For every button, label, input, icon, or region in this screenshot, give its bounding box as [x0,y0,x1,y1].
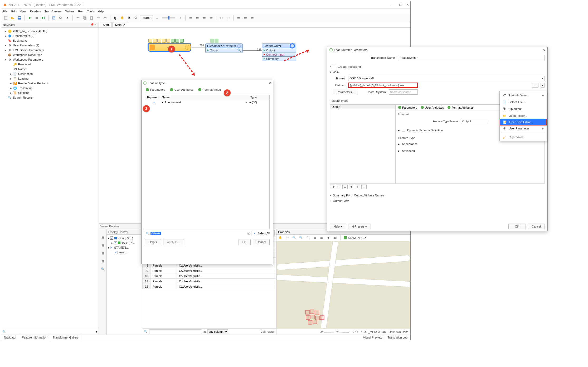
tx2-port-output[interactable]: Output [266,49,275,52]
menu-run[interactable]: Run [78,10,84,13]
maximize-button[interactable]: ☐ [399,3,402,7]
display-control-tree[interactable]: ▾View ( 728 ) ▸<All> ( 7… ▾STAMEN… terra… [107,235,142,335]
nav-item[interactable]: ▸📄Description [2,71,98,76]
nav-item[interactable]: ▸🌐Translation [2,86,98,90]
menu-transformers[interactable]: Transformers [45,10,62,13]
strip-btn-2[interactable]: ▦ [100,243,105,248]
tx2-port-summary[interactable]: Summary [266,57,279,60]
zoom-level[interactable]: 100% [140,16,153,20]
fw-up-button[interactable]: ▴ [342,185,348,189]
layout3-icon[interactable]: ▭ [201,15,207,21]
tab-start[interactable]: Start [100,22,112,27]
redo-icon[interactable]: ↷ [102,15,108,21]
nav-item[interactable]: ▸📋Logging [2,76,98,81]
btab-transformer-gallery[interactable]: Transformer Gallery [50,335,81,340]
paste-icon[interactable] [89,15,94,21]
btab-feature-info[interactable]: Feature Information [19,335,50,340]
table-search-column[interactable]: any column [207,329,228,334]
nav-item[interactable]: ▸📜Scripting [2,90,98,95]
pointer-icon[interactable] [113,15,118,21]
params-button[interactable]: Parameters... [333,89,358,95]
ctx-zip-output[interactable]: 🗜Zip output [500,105,547,112]
copy-icon[interactable] [82,15,88,21]
close-button[interactable]: ✕ [406,3,409,7]
ft-tab-parameters[interactable]: Parameters [146,88,165,91]
tx1-mini[interactable] [210,39,218,43]
stop-icon[interactable] [34,15,40,21]
fw-down-button[interactable]: ▾ [349,185,354,189]
zoom-minus-icon[interactable]: – [154,15,160,21]
save-icon[interactable] [17,15,22,21]
layout2-icon[interactable]: ▭ [195,15,200,21]
gfx-t1-icon[interactable]: ▦ [312,235,318,241]
feature-type-name-input[interactable]: Output [461,119,487,124]
misc2-icon[interactable]: ⬚ [225,15,231,21]
table-row[interactable]: 11ParcelsC:\Users\christia... [143,279,276,284]
fw-help-button[interactable]: Help ▾ [330,224,346,229]
table-search-input[interactable] [149,329,202,334]
dataset-browse-button[interactable]: … [532,83,538,88]
zoom-slider[interactable] [162,17,175,18]
run-to-icon[interactable] [41,15,46,21]
fw-rtab-user-attrs[interactable]: User Attributes [421,106,444,109]
graphics-canvas[interactable] [276,241,410,329]
ft-apply-button[interactable]: Apply to... [163,239,184,245]
feature-types-list[interactable]: Output [330,104,396,183]
layout4-icon[interactable]: ▭ [208,15,214,21]
tab-main[interactable]: Main✕ [112,22,128,27]
ft-exposed-checkbox[interactable] [153,101,156,104]
ctx-open-folder[interactable]: 📁Open Folder... [500,112,547,119]
ft-tab-user-attributes[interactable]: User Attributes [170,88,193,91]
tx2-gear-icon[interactable] [290,44,294,48]
search-icon[interactable] [58,15,64,21]
ft-close-button[interactable]: ✕ [268,81,271,85]
pan-icon[interactable]: ✋ [119,15,125,21]
menu-file[interactable]: File [3,10,8,13]
strip-btn-3[interactable]: ▦ [100,250,105,256]
ctx-open-text-editor[interactable]: 📝Open Text Editor... [500,119,547,125]
gfx-pan-icon[interactable]: ✋ [278,235,283,241]
ft-cancel-button[interactable]: Cancel [253,239,270,245]
nav-item[interactable]: 📦Workspace Resources [2,52,98,57]
layout1-icon[interactable]: ▭ [188,15,193,21]
menu-writers[interactable]: Writers [65,10,75,13]
ft-search-input[interactable]: 🔍 dataset ⓧ [145,231,251,236]
menu-help[interactable]: Help [98,10,104,13]
cut-icon[interactable]: ✂ [75,15,81,21]
menu-view[interactable]: View [20,10,26,13]
zoom-in-icon[interactable]: + [126,15,132,21]
ft-help-button[interactable]: Help ▾ [145,239,161,245]
nav-item[interactable]: ▸🔁Reader/Writer Redirect [2,81,98,86]
nav-item[interactable]: ▸🖥FME Server Parameters [2,48,98,52]
table-row[interactable]: 12ParcelsC:\Users\christia... [143,284,276,289]
nav-search-menu[interactable]: ▾ [96,330,98,334]
fw-rtab-format-attrs[interactable]: Format Attributes [448,106,474,109]
fw-ok-button[interactable]: OK [508,224,526,229]
ctx-attribute-value[interactable]: 🏷Attribute Value▸ [500,92,547,99]
dataset-input[interactable]: @Value(_dirpath)\@Value(_rootname).kml [348,83,418,88]
undo-icon[interactable]: ↶ [95,15,101,21]
gfx-zoomin-icon[interactable]: 🔍 [291,235,297,241]
open-icon[interactable] [10,15,16,21]
fw-close-button[interactable]: ✕ [542,48,545,52]
zoom-out-icon[interactable]: - [133,15,139,21]
reader-mini-buttons[interactable] [148,39,184,43]
nav-search-input[interactable] [6,330,96,334]
navigator-tree[interactable]: ▸🟡200m_To_Schools [ACAD]▸🔷Transformers (… [1,28,99,329]
nav-item[interactable]: ▸🔷Transformers (2) [2,33,98,38]
ft-attr-list[interactable]: ▸fme_dataset char(50) [145,100,270,229]
display3-icon[interactable]: ▭ [249,15,255,21]
misc1-icon[interactable]: ⬚ [218,15,224,21]
group-processing-checkbox[interactable] [333,65,336,68]
fw-rtab-params[interactable]: Parameters [398,106,417,109]
ft-select-all-checkbox[interactable] [253,232,256,235]
menu-edit[interactable]: Edit [11,10,16,13]
dynamic-schema-checkbox[interactable] [402,129,405,132]
strip-btn-5[interactable]: 🔍 [100,266,105,272]
nav-item[interactable]: ▸⚙User Parameters (1) [2,43,98,48]
ctx-select-file[interactable]: 📄Select 'File'... [500,99,547,105]
minimize-button[interactable]: — [391,3,394,7]
fw-cancel-button[interactable]: Cancel [528,224,545,229]
tx1-gear-icon[interactable] [237,44,241,48]
fw-bottom-button[interactable]: ⤓ [361,185,367,189]
